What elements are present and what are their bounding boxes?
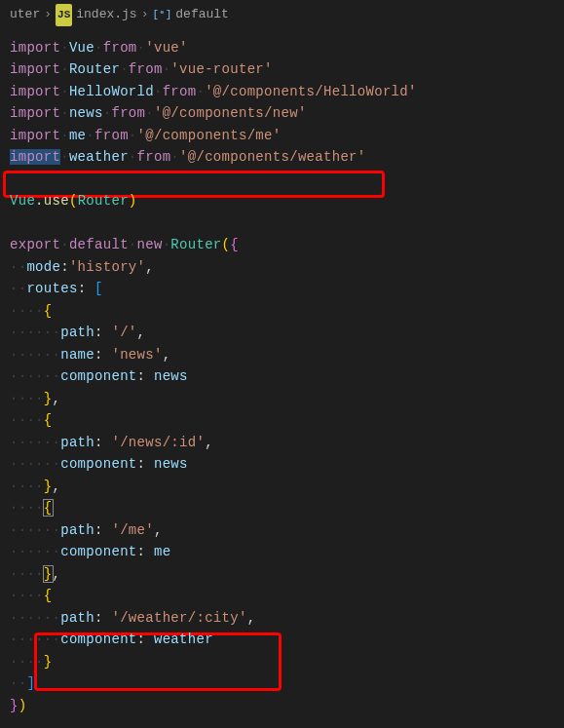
code-line: import·Vue·from·'vue' — [10, 37, 554, 59]
code-line: ··routes: [ — [10, 278, 554, 300]
code-line: ······path: '/weather/:city', — [10, 607, 554, 630]
js-file-icon: JS — [56, 4, 72, 26]
code-line: ······path: '/me', — [10, 519, 554, 542]
code-line: Vue.use(Router) — [10, 190, 554, 212]
code-line: import·me·from·'@/components/me' — [10, 125, 554, 147]
code-line — [10, 212, 554, 235]
breadcrumb[interactable]: uter › JS index.js › [ᵉ] default — [0, 0, 564, 31]
code-line: ····{ — [10, 300, 554, 323]
chevron-icon: › — [44, 4, 52, 26]
code-line — [10, 169, 554, 191]
code-line: ··mode:'history', — [10, 256, 554, 279]
code-line: ····}, — [10, 388, 554, 410]
code-line: ······component: news — [10, 453, 554, 476]
code-line: ······path: '/', — [10, 322, 554, 344]
code-line: ······component: me — [10, 541, 554, 563]
code-line: }) — [10, 695, 554, 717]
code-line: ······name: 'news', — [10, 344, 554, 366]
code-line: ····} — [10, 651, 554, 673]
code-line: import·news·from·'@/components/new' — [10, 102, 554, 125]
code-line: ····{ — [10, 409, 554, 432]
breadcrumb-folder[interactable]: uter — [10, 4, 40, 26]
breadcrumb-file[interactable]: index.js — [76, 4, 136, 26]
code-line: ··] — [10, 672, 554, 695]
code-line: import·weather·from·'@/components/weathe… — [10, 146, 554, 169]
symbol-icon: [ᵉ] — [152, 4, 171, 26]
code-line: ····{ — [10, 497, 554, 519]
code-line: ····{ — [10, 585, 554, 607]
code-line: import·HelloWorld·from·'@/components/Hel… — [10, 81, 554, 103]
code-line: ····}, — [10, 476, 554, 498]
code-line: export·default·new·Router({ — [10, 234, 554, 256]
code-line: import·Router·from·'vue-router' — [10, 58, 554, 81]
code-line: ······path: '/news/:id', — [10, 432, 554, 454]
chevron-icon: › — [141, 4, 149, 26]
code-editor[interactable]: import·Vue·from·'vue' import·Router·from… — [0, 31, 564, 723]
code-line: ······component: weather — [10, 629, 554, 651]
breadcrumb-symbol[interactable]: default — [175, 4, 229, 26]
code-line: ····}, — [10, 563, 554, 586]
code-line: ······component: news — [10, 365, 554, 388]
